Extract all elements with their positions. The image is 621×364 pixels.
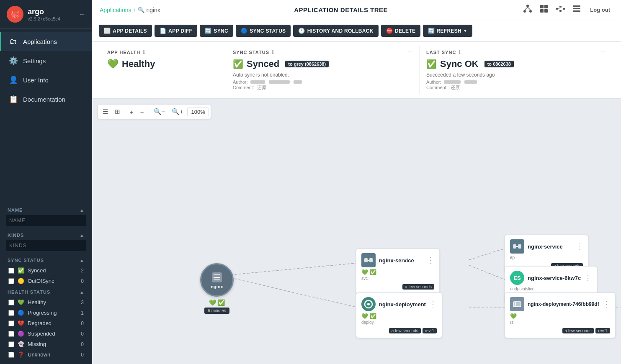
app-diff-button[interactable]: 📄 APP DIFF: [155, 25, 197, 37]
kinds-filter-chevron: ▲: [80, 233, 85, 238]
root-node[interactable]: nginx: [200, 263, 234, 297]
svg-rect-32: [513, 244, 516, 249]
sidebar-item-settings-label: Settings: [23, 57, 46, 64]
suspended-checkbox[interactable]: [8, 331, 14, 337]
sidebar-item-user-label: User Info: [23, 77, 49, 84]
sync-comment: Comment: 还原: [233, 85, 412, 91]
sidebar-item-settings[interactable]: ⚙️ Settings: [0, 51, 92, 70]
outofsync-checkbox[interactable]: [8, 278, 14, 284]
list-view-button[interactable]: [571, 3, 582, 16]
endpointslice-node-title: nginx-service-6kw7c: [528, 275, 581, 281]
name-filter-header[interactable]: NAME ▲: [6, 204, 86, 215]
sync-status-label: SYNC STATUS: [8, 258, 44, 263]
sync-status-menu[interactable]: ⋯: [407, 50, 412, 55]
unknown-checkbox[interactable]: [8, 352, 14, 358]
last-sync-author-bar1: [444, 80, 461, 84]
app-health-info-icon: ℹ: [143, 49, 145, 55]
svc-node[interactable]: nginx-service ⋮ 💚 ✅ svc a few seconds: [356, 249, 440, 294]
canvas-minus-btn[interactable]: −: [137, 107, 147, 117]
deploy-node[interactable]: nginx-deployment ⋮ 💚 ✅ deploy a few seco…: [356, 292, 442, 338]
app-diff-label: APP DIFF: [168, 28, 192, 34]
canvas-zoom-out-btn[interactable]: 🔍−: [151, 106, 168, 117]
canvas-zoom-in-btn[interactable]: 🔍+: [169, 106, 186, 117]
canvas-toolbar: ☰ ⊞ + − 🔍− 🔍+: [98, 105, 211, 119]
page-title: APPLICATION DETAILS TREE: [294, 6, 388, 13]
canvas-grid-btn[interactable]: ⊞: [112, 106, 123, 117]
canvas-list-btn[interactable]: ☰: [100, 106, 111, 117]
sidebar-logo: 🐙 argo v2.9.2+c5ea5c4 ←: [0, 0, 92, 29]
endpointslice-node-type: endpointslice: [510, 287, 592, 291]
rs-node-menu[interactable]: ⋮: [603, 300, 610, 309]
rs-node-status: 💚: [510, 313, 610, 319]
logout-button[interactable]: Log out: [587, 5, 613, 15]
history-rollback-button[interactable]: 🕐 HISTORY AND ROLLBACK: [293, 25, 378, 37]
missing-icon: 👻: [18, 341, 24, 347]
root-node-icons: 💚 ✅: [209, 299, 225, 306]
last-sync-status: Sync OK: [440, 59, 479, 69]
ep-node-icon: [510, 239, 524, 254]
health-filter-degraded: 💔 Degraded 0: [8, 318, 85, 328]
sync-author: Author:: [233, 79, 412, 85]
app-details-button[interactable]: ⬜ APP DETAILS: [99, 25, 152, 37]
synced-label: Synced: [28, 267, 46, 274]
outofsync-icon: 🟡: [18, 278, 24, 284]
canvas-zoom-input[interactable]: [187, 108, 209, 116]
synced-checkbox[interactable]: [8, 268, 14, 274]
svg-rect-14: [573, 5, 580, 7]
svc-sync-icon: ✅: [370, 269, 376, 275]
last-sync-value: ✅ Sync OK to 0862638: [426, 59, 606, 69]
name-filter-input[interactable]: [6, 215, 86, 226]
svc-node-status: 💚 ✅: [361, 269, 434, 275]
svc-node-title: nginx-service: [379, 257, 423, 264]
info-cards-row: APP HEALTH ℹ 💚 Healthy SYNC STATUS ℹ ⋯ ✅…: [92, 42, 621, 99]
sync-status-info-icon: ℹ: [272, 49, 274, 55]
svc-heart-icon: 💚: [361, 269, 368, 275]
canvas-sep1: [125, 108, 125, 116]
back-button[interactable]: ←: [79, 10, 85, 18]
last-sync-title: LAST SYNC: [426, 50, 456, 55]
app-health-status: Healthy: [122, 59, 155, 69]
breadcrumb-applications-link[interactable]: Applications: [100, 7, 131, 13]
sync-status-button[interactable]: 🔵 SYNC STATUS: [236, 25, 291, 37]
health-heart-icon: 💚: [107, 59, 119, 69]
sync-button[interactable]: 🔄 SYNC: [200, 25, 233, 37]
sync-status-filters: ✅ Synced 2 🟡 OutOfSync 0: [6, 265, 86, 286]
sync-auto-sync: Auto sync is not enabled.: [233, 72, 412, 78]
tree-view-button[interactable]: [521, 3, 534, 17]
missing-checkbox[interactable]: [8, 341, 14, 347]
rs-node[interactable]: nginx-deployment-746fbb99df ⋮ 💚 rs a few…: [505, 292, 616, 338]
sidebar-item-user-info[interactable]: 👤 User Info: [0, 70, 92, 90]
endpointslice-node-menu[interactable]: ⋮: [584, 273, 592, 282]
last-sync-comment-label: Comment:: [426, 85, 448, 90]
sidebar-item-documentation[interactable]: 📋 Documentation: [0, 90, 92, 109]
svc-node-menu[interactable]: ⋮: [427, 256, 434, 265]
docs-icon: 📋: [9, 95, 18, 104]
svg-line-20: [469, 265, 505, 279]
kinds-filter-input[interactable]: [6, 240, 86, 251]
kinds-filter-header[interactable]: KINDS ▲: [6, 229, 86, 240]
progressing-checkbox[interactable]: [8, 310, 14, 316]
last-sync-tag: to 0862638: [484, 61, 514, 67]
canvas-add-btn[interactable]: +: [127, 107, 137, 117]
sync-author-bar2: [269, 80, 290, 84]
delete-button[interactable]: ⛔ DELETE: [381, 25, 420, 37]
sync-author-bar1: [250, 80, 265, 84]
health-status-filter-header[interactable]: HEALTH STATUS ▲: [6, 286, 86, 297]
sidebar-item-applications[interactable]: 🗂 Applications: [0, 32, 92, 51]
healthy-checkbox[interactable]: [8, 300, 14, 305]
health-filter-suspended: 🟣 Suspended 0: [8, 328, 85, 339]
network-view-button[interactable]: [554, 3, 567, 16]
sync-status-title: SYNC STATUS: [233, 50, 269, 55]
refresh-button[interactable]: 🔄 REFRESH ▼: [423, 25, 472, 37]
breadcrumb: Applications / 🔍 nginx: [100, 7, 160, 13]
deploy-node-menu[interactable]: ⋮: [429, 300, 437, 309]
ep-node-menu[interactable]: ⋮: [575, 242, 583, 251]
deploy-node-title: nginx-deployment: [379, 301, 426, 308]
sync-status-filter-header[interactable]: SYNC STATUS ▲: [6, 254, 86, 265]
root-node-time-tag: 6 minutes: [204, 308, 229, 314]
grid-view-button[interactable]: [538, 3, 550, 17]
delete-icon: ⛔: [386, 28, 393, 34]
rs-node-rev-tag: rev:1: [595, 328, 610, 333]
degraded-checkbox[interactable]: [8, 320, 14, 326]
last-sync-menu[interactable]: ⋯: [601, 50, 606, 55]
